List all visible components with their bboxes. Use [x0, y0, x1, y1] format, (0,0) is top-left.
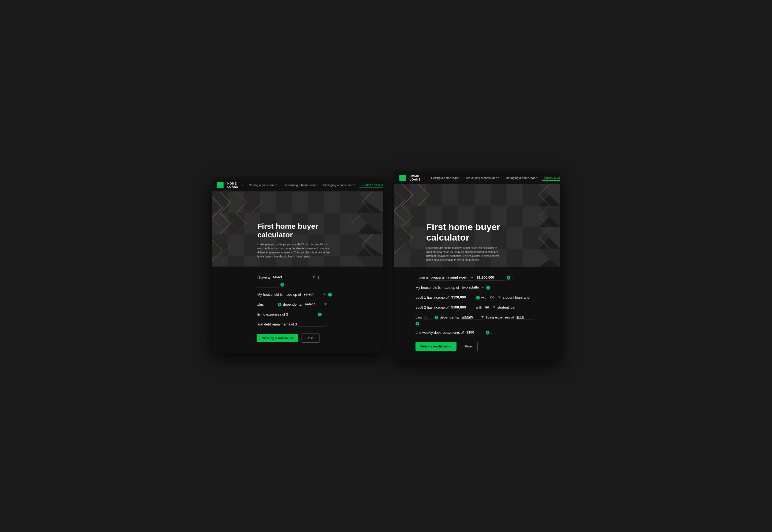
label-student-loan-1: student loan, and	[503, 295, 530, 299]
form-row-5-right: plus i dependents, weekly fortnightly mo…	[416, 314, 539, 325]
nav-separator-right: /	[424, 176, 425, 179]
nav-item-managing-r[interactable]: Managing a home loan ▾	[504, 175, 540, 181]
nav-bar-left: HOME LOANS / Getting a home loan ▾ Struc…	[212, 179, 383, 192]
select-household-left[interactable]: select one adult two adults	[303, 292, 326, 297]
info-icon-1-left[interactable]: i	[280, 283, 284, 287]
info-icon-3-left[interactable]: i	[278, 303, 281, 306]
nav-brand-right: HOME LOANS	[410, 175, 421, 181]
hero-title-right: First home buyer calculator	[426, 222, 501, 243]
info-icon-1-right[interactable]: i	[507, 276, 510, 280]
amount-input-right[interactable]	[476, 275, 505, 280]
form-section-right: I have a property in mind worth deposit …	[394, 267, 560, 361]
label-i-have-r: I have a	[416, 276, 428, 280]
anz-logo-right	[400, 175, 406, 181]
expenses-input-right[interactable]	[516, 314, 534, 320]
left-window: HOME LOANS / Getting a home loan ▾ Struc…	[212, 179, 383, 353]
select-property-type-left[interactable]: select property in mind worth deposit sa…	[271, 275, 316, 280]
label-household: My household is made up of	[257, 293, 301, 297]
info-icon-4-right[interactable]: i	[435, 316, 438, 319]
form-row-4-right: adult 2 has income of with no a student …	[416, 305, 539, 310]
chevron-icon: ▾	[536, 177, 538, 179]
dollar-icon-left: $	[317, 276, 319, 279]
nav-item-guides-r[interactable]: Guides & calculators ▾	[542, 175, 560, 181]
btn-row-right: View my results below Reset	[416, 342, 539, 351]
select-household-right[interactable]: one adult two adults	[461, 285, 485, 290]
btn-row-left: View my results below Reset	[257, 334, 338, 343]
hero-text-left: First home buyer calculator Looking to g…	[257, 222, 332, 258]
form-row-3-left: plus i dependents, select weekly fortnig…	[257, 302, 338, 307]
label-adult1: adult 1 has income of	[416, 295, 449, 299]
info-icon-5-right[interactable]: i	[416, 322, 419, 325]
reset-button-right[interactable]: Reset	[460, 342, 478, 351]
anz-logo	[217, 182, 223, 188]
chevron-icon: ▾	[316, 184, 317, 186]
label-dependents-left: dependents,	[283, 302, 302, 306]
nav-item-guides[interactable]: Guides & calculators ▾	[359, 182, 383, 188]
select-frequency-right[interactable]: weekly fortnightly monthly	[461, 314, 485, 320]
label-plus-r: plus	[416, 315, 422, 319]
info-icon-3-right[interactable]: i	[476, 296, 480, 299]
label-expenses-r: living expenses of	[486, 315, 514, 319]
chevron-icon: ▾	[498, 177, 499, 179]
income1-input[interactable]	[450, 295, 475, 300]
reset-button-left[interactable]: Reset	[301, 334, 319, 343]
dot-sep-1-left: .	[286, 283, 287, 287]
label-adult2: adult 2 has income of	[416, 305, 449, 309]
select-frequency-left[interactable]: select weekly fortnightly monthly	[304, 302, 327, 307]
select-loan2[interactable]: no a	[484, 305, 496, 310]
label-with-1: with	[482, 295, 488, 299]
nav-item-getting-r[interactable]: Getting a home loan ▾	[429, 175, 462, 181]
info-icon-6-right[interactable]: i	[486, 331, 490, 335]
nav-separator-left: /	[242, 183, 243, 187]
amount-input-left[interactable]	[257, 282, 279, 287]
dot-sep-2-right: .	[491, 331, 492, 335]
label-household-r: My household is made up of	[416, 286, 459, 290]
chevron-icon: ▾	[354, 184, 355, 186]
nav-item-getting[interactable]: Getting a home loan ▾	[247, 182, 279, 188]
nav-bar-right: HOME LOANS / Getting a home loan ▾ Struc…	[394, 171, 560, 184]
form-row-2-left: My household is made up of select one ad…	[257, 292, 338, 297]
select-property-type-right[interactable]: property in mind worth deposit saved	[430, 275, 474, 280]
form-row-1-left: I have a select property in mind worth d…	[257, 275, 338, 287]
dependents-input-right[interactable]	[424, 314, 433, 320]
chevron-icon: ▾	[459, 177, 460, 179]
nav-brand-left: HOME LOANS	[227, 182, 238, 188]
hero-pattern-right: First home buyer calculator Looking to g…	[394, 184, 560, 267]
dependents-input-left[interactable]	[265, 302, 276, 307]
income2-input[interactable]	[450, 305, 475, 310]
form-row-6-right: and weekly debt repayments of i .	[416, 330, 539, 335]
chevron-icon: ▾	[276, 184, 277, 186]
label-plus-left: plus	[257, 302, 264, 306]
hero-pattern-left: First home buyer calculator Looking to g…	[212, 192, 383, 267]
hero-description-left: Looking to get on the property ladder? U…	[257, 242, 332, 258]
nav-item-structuring[interactable]: Structuring a home loan ▾	[281, 182, 319, 188]
form-row-1-right: I have a property in mind worth deposit …	[416, 275, 539, 280]
info-icon-4-left[interactable]: i	[318, 313, 322, 316]
label-i-have: I have a	[257, 275, 270, 279]
hero-title-left: First home buyer calculator	[257, 222, 332, 239]
nav-item-managing[interactable]: Managing a home loan ▾	[321, 182, 357, 188]
debt-input-left[interactable]	[298, 321, 325, 327]
label-dependents-r: dependents,	[440, 315, 459, 319]
label-expenses-left: living expenses of $	[257, 312, 288, 316]
nav-item-structuring-r[interactable]: Structuring a home loan ▾	[464, 175, 501, 181]
view-results-button-left[interactable]: View my results below	[257, 334, 298, 342]
info-icon-2-right[interactable]: i	[486, 286, 490, 290]
select-loan1[interactable]: no a	[489, 295, 501, 300]
label-student-loan-2: student loan	[498, 305, 517, 309]
form-section-left: I have a select property in mind worth d…	[212, 267, 383, 353]
right-window: HOME LOANS / Getting a home loan ▾ Struc…	[394, 171, 560, 361]
info-icon-2-left[interactable]: i	[328, 293, 332, 297]
form-row-2-right: My household is made up of one adult two…	[416, 285, 539, 290]
form-row-4-left: living expenses of $ i	[257, 312, 338, 317]
hero-text-right: First home buyer calculator Looking to g…	[426, 222, 501, 262]
debt-input-right[interactable]	[465, 330, 484, 335]
view-results-button-right[interactable]: View my results below	[416, 342, 457, 351]
label-debt-r: and weekly debt repayments of	[416, 331, 464, 335]
expenses-input-left[interactable]	[289, 312, 316, 317]
label-with-2: with	[476, 305, 482, 309]
form-row-5-left: and debt repayments of $ .	[257, 321, 338, 327]
label-debt-left: and debt repayments of $	[257, 322, 297, 326]
dot-sep-1-right: .	[512, 276, 513, 280]
form-row-3-right: adult 1 has income of i with no a studen…	[416, 295, 539, 300]
